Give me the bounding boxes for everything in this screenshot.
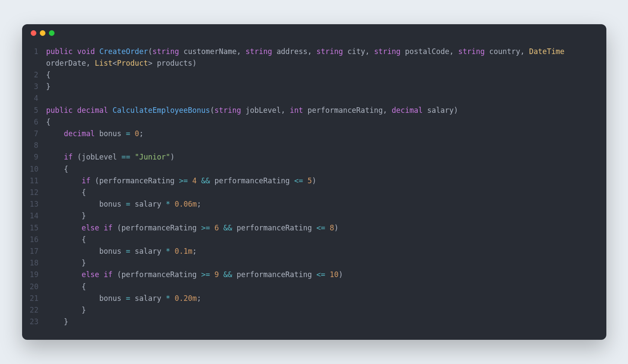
code-line[interactable]: 21 bonus = salary * 0.20m; (30, 293, 596, 304)
code-area[interactable]: 1public void CreateOrder(string customer… (22, 42, 606, 340)
line-content[interactable]: decimal bonus = 0; (46, 128, 144, 140)
line-number: 19 (30, 269, 46, 281)
line-number: 11 (30, 175, 46, 187)
line-number: 7 (30, 128, 46, 140)
code-line[interactable]: 17 bonus = salary * 0.1m; (30, 246, 596, 257)
line-number: 15 (30, 222, 46, 234)
code-line[interactable]: 9 if (jobLevel == "Junior") (30, 151, 596, 163)
line-number: 22 (30, 304, 46, 316)
line-content[interactable]: { (46, 281, 86, 293)
line-content[interactable]: { (46, 234, 86, 246)
code-line[interactable]: 3} (30, 81, 596, 93)
line-content[interactable]: { (46, 187, 86, 198)
line-content[interactable]: { (46, 163, 68, 175)
code-line[interactable]: 6{ (30, 116, 596, 128)
line-number: 21 (30, 293, 46, 304)
code-line[interactable]: 8 (30, 140, 596, 151)
line-number: 18 (30, 257, 46, 269)
line-number: 1 (30, 46, 46, 57)
line-content[interactable]: } (46, 257, 86, 269)
line-content[interactable]: public void CreateOrder(string customerN… (46, 46, 596, 69)
line-content[interactable]: } (46, 210, 86, 222)
code-line[interactable]: 13 bonus = salary * 0.06m; (30, 198, 596, 210)
line-content[interactable]: else if (performanceRating >= 9 && perfo… (46, 269, 343, 281)
line-content[interactable]: bonus = salary * 0.06m; (46, 198, 201, 210)
line-number: 6 (30, 116, 46, 128)
code-editor-window: 1public void CreateOrder(string customer… (22, 24, 606, 340)
code-line[interactable]: 16 { (30, 234, 596, 246)
line-number: 16 (30, 234, 46, 246)
line-number: 8 (30, 140, 46, 151)
line-content[interactable]: else if (performanceRating >= 6 && perfo… (46, 222, 339, 234)
code-line[interactable]: 10 { (30, 163, 596, 175)
code-line[interactable]: 5public decimal CalculateEmployeeBonus(s… (30, 105, 596, 116)
line-number: 10 (30, 163, 46, 175)
window-titlebar (22, 24, 606, 42)
line-number: 23 (30, 316, 46, 328)
line-number: 13 (30, 198, 46, 210)
line-content[interactable]: { (46, 116, 51, 128)
line-content[interactable]: } (46, 81, 51, 93)
line-number: 4 (30, 93, 46, 104)
code-line[interactable]: 23 } (30, 316, 596, 328)
line-content[interactable]: } (46, 316, 68, 328)
line-number: 5 (30, 105, 46, 116)
code-line[interactable]: 11 if (performanceRating >= 4 && perform… (30, 175, 596, 187)
line-number: 9 (30, 151, 46, 163)
line-content[interactable]: bonus = salary * 0.20m; (46, 293, 201, 304)
line-content[interactable]: if (performanceRating >= 4 && performanc… (46, 175, 317, 187)
code-line[interactable]: 1public void CreateOrder(string customer… (30, 46, 596, 69)
line-content[interactable]: public decimal CalculateEmployeeBonus(st… (46, 105, 458, 116)
code-line[interactable]: 4 (30, 93, 596, 104)
line-content[interactable]: } (46, 304, 86, 316)
line-number: 14 (30, 210, 46, 222)
code-line[interactable]: 12 { (30, 187, 596, 198)
line-number: 12 (30, 187, 46, 198)
window-minimize-button[interactable] (40, 30, 45, 36)
code-line[interactable]: 15 else if (performanceRating >= 6 && pe… (30, 222, 596, 234)
window-maximize-button[interactable] (49, 30, 55, 36)
line-number: 17 (30, 246, 46, 257)
line-number: 3 (30, 81, 46, 93)
code-line[interactable]: 14 } (30, 210, 596, 222)
code-line[interactable]: 20 { (30, 281, 596, 293)
line-number: 20 (30, 281, 46, 293)
code-line[interactable]: 19 else if (performanceRating >= 9 && pe… (30, 269, 596, 281)
line-content[interactable]: bonus = salary * 0.1m; (46, 246, 197, 257)
window-close-button[interactable] (31, 30, 36, 36)
line-number: 2 (30, 69, 46, 81)
code-line[interactable]: 22 } (30, 304, 596, 316)
line-content[interactable]: { (46, 69, 51, 81)
line-content[interactable]: if (jobLevel == "Junior") (46, 151, 175, 163)
code-line[interactable]: 2{ (30, 69, 596, 81)
code-line[interactable]: 18 } (30, 257, 596, 269)
code-line[interactable]: 7 decimal bonus = 0; (30, 128, 596, 140)
